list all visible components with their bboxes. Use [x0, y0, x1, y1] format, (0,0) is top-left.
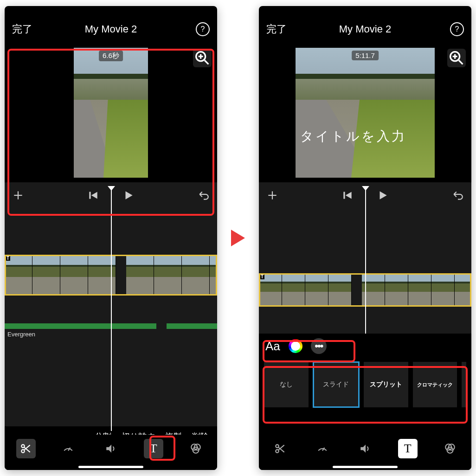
style-chromatic[interactable]: クロマティック — [412, 361, 458, 408]
title-format-row: Aa ••• — [259, 334, 471, 359]
style-more[interactable] — [461, 361, 467, 408]
skip-back-button[interactable] — [87, 189, 99, 201]
project-title: My Movie 2 — [85, 23, 137, 35]
phone-right: 完了 My Movie 2 ? 5:11.7 タイトルを入力 — [259, 6, 471, 470]
transition-arrow-icon — [231, 230, 245, 246]
timecode-badge: 5:11.7 — [352, 51, 379, 60]
bottom-toolbar: T — [5, 435, 217, 470]
titles-tool[interactable]: T — [398, 439, 418, 458]
svg-rect-6 — [89, 192, 90, 199]
timeline[interactable] — [259, 208, 471, 334]
play-button[interactable] — [377, 189, 389, 201]
color-picker-button[interactable] — [289, 339, 302, 353]
svg-marker-8 — [126, 191, 133, 199]
volume-tool[interactable] — [101, 439, 121, 458]
svg-rect-25 — [343, 192, 345, 199]
clip-thumbnail[interactable] — [431, 273, 455, 307]
undo-button[interactable] — [452, 189, 464, 201]
home-indicator[interactable] — [78, 466, 143, 468]
scissors-tool[interactable] — [270, 439, 290, 458]
clip-thumbnail[interactable] — [5, 255, 32, 296]
preview-frame: 6.6秒 — [74, 48, 148, 178]
preview-area[interactable]: 5:11.7 タイトルを入力 — [259, 43, 471, 182]
phone-left: 完了 My Movie 2 ? 6.6秒 — [5, 6, 217, 470]
home-indicator[interactable] — [333, 466, 398, 468]
done-button[interactable]: 完了 — [12, 22, 32, 36]
clip-thumbnail[interactable] — [60, 255, 88, 296]
playhead[interactable] — [111, 190, 112, 431]
clip-thumbnail[interactable] — [126, 255, 154, 296]
zoom-button[interactable] — [193, 49, 212, 67]
style-slide[interactable]: スライド — [313, 361, 360, 408]
clip-thumbnail[interactable] — [408, 273, 431, 307]
speed-tool[interactable] — [313, 439, 332, 458]
clip-thumbnail[interactable] — [328, 273, 352, 307]
svg-marker-26 — [346, 192, 352, 199]
clip-thumbnail[interactable] — [154, 255, 182, 296]
title-text-overlay[interactable]: タイトルを入力 — [300, 128, 406, 145]
clip-thumbnail[interactable] — [385, 273, 408, 307]
project-title: My Movie 2 — [339, 23, 391, 35]
skip-back-button[interactable] — [341, 189, 354, 201]
svg-marker-18 — [231, 230, 245, 246]
title-style-picker: なし スライド スプリット クロマティック — [259, 359, 471, 412]
playhead[interactable] — [365, 190, 366, 334]
style-none[interactable]: なし — [264, 361, 309, 408]
svg-line-1 — [205, 60, 208, 64]
style-split[interactable]: スプリット — [363, 361, 409, 408]
clip-thumbnail[interactable] — [259, 273, 282, 307]
clip-thumbnail[interactable] — [210, 255, 217, 296]
zoom-button[interactable] — [447, 49, 466, 67]
undo-button[interactable] — [198, 189, 210, 201]
clip-thumbnail[interactable] — [88, 255, 116, 296]
bottom-toolbar: T — [259, 435, 471, 470]
speed-tool[interactable] — [58, 439, 78, 458]
help-button[interactable]: ? — [450, 22, 464, 36]
font-button[interactable]: Aa — [265, 339, 280, 354]
clip-thumbnail[interactable] — [282, 273, 305, 307]
preview-area[interactable]: 6.6秒 — [5, 43, 217, 182]
filters-tool[interactable] — [440, 439, 460, 458]
duration-badge: 6.6秒 — [99, 51, 123, 61]
timeline[interactable]: Evergreen — [5, 208, 217, 426]
scissors-tool[interactable] — [16, 439, 36, 458]
add-media-button[interactable] — [12, 189, 24, 201]
volume-tool[interactable] — [355, 439, 375, 458]
svg-marker-27 — [380, 191, 387, 199]
clip-thumbnail[interactable] — [32, 255, 60, 296]
done-button[interactable]: 完了 — [266, 22, 287, 36]
help-button[interactable]: ? — [196, 22, 210, 36]
svg-marker-14 — [106, 444, 111, 452]
header: 完了 My Movie 2 ? — [5, 15, 217, 43]
clip-thumbnail[interactable] — [305, 273, 328, 307]
clip-thumbnail[interactable] — [455, 273, 471, 307]
preview-frame: 5:11.7 タイトルを入力 — [296, 48, 435, 178]
svg-line-20 — [459, 60, 463, 64]
play-button[interactable] — [122, 189, 135, 201]
svg-marker-33 — [360, 444, 366, 452]
more-options-button[interactable]: ••• — [311, 338, 327, 354]
titles-tool[interactable]: T — [144, 439, 163, 458]
filters-tool[interactable] — [186, 439, 206, 458]
header: 完了 My Movie 2 ? — [259, 15, 471, 43]
clip-thumbnail[interactable] — [182, 255, 210, 296]
svg-marker-7 — [91, 192, 97, 199]
add-media-button[interactable] — [266, 189, 278, 201]
